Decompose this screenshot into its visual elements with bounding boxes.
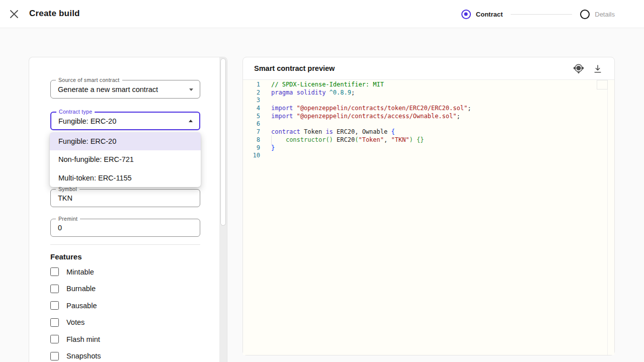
step-details-label: Details (595, 11, 615, 18)
symbol-field[interactable]: Symbol TKN (50, 189, 200, 207)
code-line: 6 (243, 120, 614, 128)
line-number: 8 (243, 136, 260, 144)
code-line: 4import "@openzeppelin/contracts/token/E… (243, 105, 614, 113)
feature-label: Pausable (66, 302, 97, 310)
caret-down-icon (189, 88, 193, 91)
line-number: 7 (243, 128, 260, 136)
create-build-screen: Create build Contract Details Source of … (0, 0, 644, 362)
code-line: 10 (243, 152, 614, 160)
top-bar: Create build Contract Details (0, 0, 644, 28)
checkbox-icon[interactable] (50, 301, 59, 310)
code-line: 1// SPDX-License-Identifier: MIT (243, 81, 614, 89)
editor-scrollbar[interactable] (607, 80, 608, 355)
preview-title: Smart contract preview (254, 64, 335, 72)
feature-label: Flash mint (66, 335, 100, 343)
checkbox-icon[interactable] (50, 267, 59, 276)
contract-type-field-label: Contract type (56, 109, 95, 115)
caret-up-icon (189, 120, 193, 122)
feature-row: Burnable (50, 281, 200, 298)
feature-row: Pausable (50, 297, 200, 314)
contract-form-panel: Source of smart contract Generate a new … (29, 57, 227, 362)
checkbox-icon[interactable] (50, 285, 59, 293)
line-number: 3 (243, 97, 260, 105)
code-line: 2pragma solidity ^0.8.9; (243, 89, 614, 97)
contract-type-field-value: Fungible: ERC-20 (58, 117, 116, 125)
code-line: 8 constructor() ERC20("Token", "TKN") {} (243, 136, 614, 144)
line-number: 6 (243, 120, 260, 128)
form-scrollbar-thumb[interactable] (220, 58, 226, 226)
contract-type-dropdown-menu: Fungible: ERC-20Non-fungible: ERC-721Mul… (50, 132, 201, 187)
source-field-value: Generate a new smart contract (58, 85, 158, 94)
code-line: 5import "@openzeppelin/contracts/access/… (243, 113, 614, 121)
line-number: 10 (243, 152, 260, 160)
contract-type-option[interactable]: Fungible: ERC-20 (50, 132, 201, 150)
source-of-smart-contract-select[interactable]: Source of smart contract Generate a new … (50, 80, 200, 99)
feature-label: Burnable (66, 285, 96, 293)
line-number: 4 (243, 105, 260, 113)
remix-logo-icon[interactable] (573, 63, 584, 74)
features-heading: Features (50, 252, 82, 261)
section-divider (50, 244, 200, 245)
page-title: Create build (29, 9, 80, 19)
feature-label: Snapshots (66, 352, 101, 360)
stepper: Contract Details (461, 0, 615, 28)
contract-type-option[interactable]: Multi-token: ERC-1155 (50, 169, 201, 187)
feature-row: Snapshots (50, 348, 200, 362)
feature-label: Votes (66, 318, 85, 326)
download-icon[interactable] (592, 63, 603, 74)
line-number: 1 (243, 81, 260, 89)
close-icon[interactable] (9, 9, 19, 19)
contract-type-select[interactable]: Contract type Fungible: ERC-20 (50, 112, 200, 130)
code-lines: 1// SPDX-License-Identifier: MIT2pragma … (243, 81, 614, 160)
code-line: 9} (243, 144, 614, 152)
premint-field-value: 0 (58, 224, 62, 232)
editor-scrollbar-top (597, 80, 608, 89)
line-number: 5 (243, 113, 260, 121)
source-field-label: Source of smart contract (56, 77, 122, 83)
feature-row: Flash mint (50, 331, 200, 348)
step-contract-radio-icon[interactable] (461, 10, 471, 19)
step-details-radio-icon[interactable] (580, 10, 590, 19)
preview-header: Smart contract preview (243, 57, 614, 80)
checkbox-icon[interactable] (50, 335, 59, 343)
line-number: 2 (243, 89, 260, 97)
premint-field[interactable]: Premint 0 (50, 219, 200, 237)
step-contract-label: Contract (476, 11, 503, 18)
premint-field-label: Premint (56, 216, 80, 222)
feature-label: Mintable (66, 268, 94, 276)
features-list: MintableBurnablePausableVotesFlash mintS… (50, 263, 200, 362)
feature-row: Mintable (50, 263, 200, 281)
line-number: 9 (243, 144, 260, 152)
form-scrollbar[interactable] (219, 57, 227, 362)
checkbox-icon[interactable] (50, 352, 59, 360)
smart-contract-preview-panel: Smart contract preview (243, 57, 615, 355)
code-editor[interactable]: 1// SPDX-License-Identifier: MIT2pragma … (243, 80, 614, 355)
symbol-field-value: TKN (58, 194, 72, 202)
code-line: 7contract Token is ERC20, Ownable { (243, 128, 614, 136)
contract-type-option[interactable]: Non-fungible: ERC-721 (50, 150, 201, 168)
feature-row: Votes (50, 314, 200, 331)
code-line: 3 (243, 97, 614, 105)
stepper-connector (511, 14, 572, 15)
checkbox-icon[interactable] (50, 318, 59, 327)
